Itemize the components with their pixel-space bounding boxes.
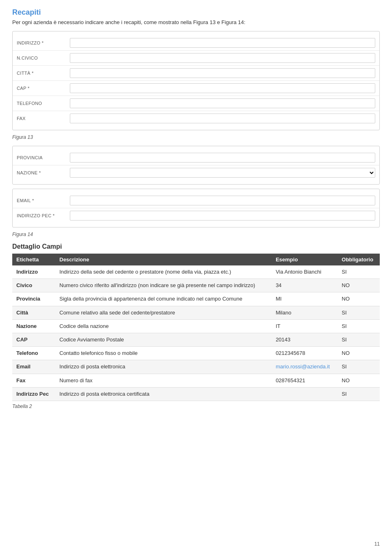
- cell-descrizione: Numero civico riferito all'indirizzo (no…: [56, 279, 272, 292]
- table-row: CittàComune relativo alla sede del ceden…: [12, 306, 380, 319]
- cell-esempio: IT: [272, 319, 338, 333]
- cell-esempio: 0212345678: [272, 347, 338, 360]
- form-row-email: EMAIL *: [13, 193, 379, 208]
- form-row-nazione: NAZIONE * IT: [13, 165, 379, 180]
- cell-descrizione: Codice Avviamento Postale: [56, 333, 272, 346]
- cell-descrizione: Indirizzo di posta elettronica certifica…: [56, 387, 272, 401]
- figura14-caption: Figura 14: [12, 232, 380, 237]
- cell-descrizione: Indirizzo della sede del cedente o prest…: [56, 265, 272, 279]
- cell-etichetta: Fax: [12, 374, 56, 387]
- cell-obbligatorio: SI: [338, 360, 380, 374]
- cell-etichetta: Indirizzo: [12, 265, 56, 279]
- label-citta: CITTÀ *: [17, 71, 70, 76]
- col-descrizione: Descrizione: [56, 254, 272, 265]
- form-row-pec: INDIRIZZO PEC *: [13, 208, 379, 223]
- email-link[interactable]: mario.rossi@azienda.it: [276, 363, 330, 370]
- table-row: TelefonoContatto telefonico fisso o mobi…: [12, 347, 380, 360]
- form-row-provincia: PROVINCIA: [13, 150, 379, 165]
- input-provincia[interactable]: [70, 153, 375, 163]
- tabella-caption: Tabella 2: [12, 403, 380, 409]
- label-cap: CAP *: [17, 86, 70, 91]
- label-fax: FAX: [17, 116, 70, 121]
- cell-etichetta: CAP: [12, 333, 56, 346]
- table-row: Indirizzo PecIndirizzo di posta elettron…: [12, 387, 380, 401]
- col-obbligatorio: Obbligatorio: [338, 254, 380, 265]
- table-row: ProvinciaSigla della provincia di appart…: [12, 292, 380, 306]
- cell-etichetta: Provincia: [12, 292, 56, 306]
- table-row: CAPCodice Avviamento Postale20143SI: [12, 333, 380, 346]
- cell-obbligatorio: SI: [338, 319, 380, 333]
- cell-obbligatorio: SI: [338, 333, 380, 346]
- form-row-cap: CAP *: [13, 81, 379, 96]
- cell-esempio: Via Antonio Bianchi: [272, 265, 338, 279]
- input-pec[interactable]: [70, 211, 375, 221]
- cell-etichetta: Nazione: [12, 319, 56, 333]
- cell-esempio: 0287654321: [272, 374, 338, 387]
- cell-etichetta: Telefono: [12, 347, 56, 360]
- form-row-fax: FAX: [13, 111, 379, 126]
- form-email-pec: EMAIL * INDIRIZZO PEC *: [12, 189, 380, 227]
- form-provincia-nazione: PROVINCIA NAZIONE * IT: [12, 146, 380, 185]
- cell-descrizione: Indirizzo di posta elettronica: [56, 360, 272, 374]
- section-title: Recapiti: [12, 8, 380, 17]
- detail-table: Etichetta Descrizione Esempio Obbligator…: [12, 254, 380, 401]
- cell-esempio: Milano: [272, 306, 338, 319]
- cell-etichetta: Email: [12, 360, 56, 374]
- cell-obbligatorio: SI: [338, 387, 380, 401]
- form-row-citta: CITTÀ *: [13, 66, 379, 81]
- cell-etichetta: Città: [12, 306, 56, 319]
- cell-obbligatorio: SI: [338, 306, 380, 319]
- table-row: EmailIndirizzo di posta elettronicamario…: [12, 360, 380, 374]
- label-provincia: PROVINCIA: [17, 155, 70, 160]
- cell-esempio: 34: [272, 279, 338, 292]
- table-row: CivicoNumero civico riferito all'indiriz…: [12, 279, 380, 292]
- cell-descrizione: Contatto telefonico fisso o mobile: [56, 347, 272, 360]
- input-ncivico[interactable]: [70, 53, 375, 63]
- cell-esempio: 20143: [272, 333, 338, 346]
- form-row-telefono: TELEFONO: [13, 96, 379, 111]
- select-nazione[interactable]: IT: [70, 168, 375, 178]
- label-ncivico: N.CIVICO: [17, 56, 70, 60]
- form-figura13: INDIRIZZO * N.CIVICO CITTÀ * CAP * TELEF…: [12, 31, 380, 130]
- label-email: EMAIL *: [17, 198, 70, 203]
- label-nazione: NAZIONE *: [17, 170, 70, 175]
- cell-descrizione: Comune relativo alla sede del cedente/pr…: [56, 306, 272, 319]
- input-citta[interactable]: [70, 68, 375, 78]
- table-row: NazioneCodice della nazioneITSI: [12, 319, 380, 333]
- form-row-ncivico: N.CIVICO: [13, 51, 379, 66]
- cell-obbligatorio: SI: [338, 265, 380, 279]
- label-indirizzo: INDIRIZZO *: [17, 40, 70, 45]
- cell-esempio: [272, 387, 338, 401]
- form-row-indirizzo: INDIRIZZO *: [13, 36, 379, 51]
- cell-obbligatorio: NO: [338, 279, 380, 292]
- cell-descrizione: Numero di fax: [56, 374, 272, 387]
- label-telefono: TELEFONO: [17, 101, 70, 106]
- label-pec: INDIRIZZO PEC *: [17, 213, 70, 218]
- col-etichetta: Etichetta: [12, 254, 56, 265]
- col-esempio: Esempio: [272, 254, 338, 265]
- input-fax[interactable]: [70, 114, 375, 123]
- intro-text: Per ogni azienda è necessario indicare a…: [12, 19, 380, 25]
- cell-etichetta: Indirizzo Pec: [12, 387, 56, 401]
- cell-obbligatorio: NO: [338, 347, 380, 360]
- cell-descrizione: Sigla della provincia di appartenenza de…: [56, 292, 272, 306]
- cell-etichetta: Civico: [12, 279, 56, 292]
- cell-obbligatorio: NO: [338, 292, 380, 306]
- input-email[interactable]: [70, 196, 375, 205]
- table-row: IndirizzoIndirizzo della sede del cedent…: [12, 265, 380, 279]
- input-cap[interactable]: [70, 83, 375, 93]
- dettaglio-campi-title: Dettaglio Campi: [12, 243, 380, 250]
- cell-obbligatorio: NO: [338, 374, 380, 387]
- cell-esempio: MI: [272, 292, 338, 306]
- cell-esempio: mario.rossi@azienda.it: [272, 360, 338, 374]
- figura13-caption: Figura 13: [12, 134, 380, 140]
- cell-descrizione: Codice della nazione: [56, 319, 272, 333]
- input-indirizzo[interactable]: [70, 38, 375, 48]
- table-header-row: Etichetta Descrizione Esempio Obbligator…: [12, 254, 380, 265]
- input-telefono[interactable]: [70, 98, 375, 108]
- table-row: FaxNumero di fax0287654321NO: [12, 374, 380, 387]
